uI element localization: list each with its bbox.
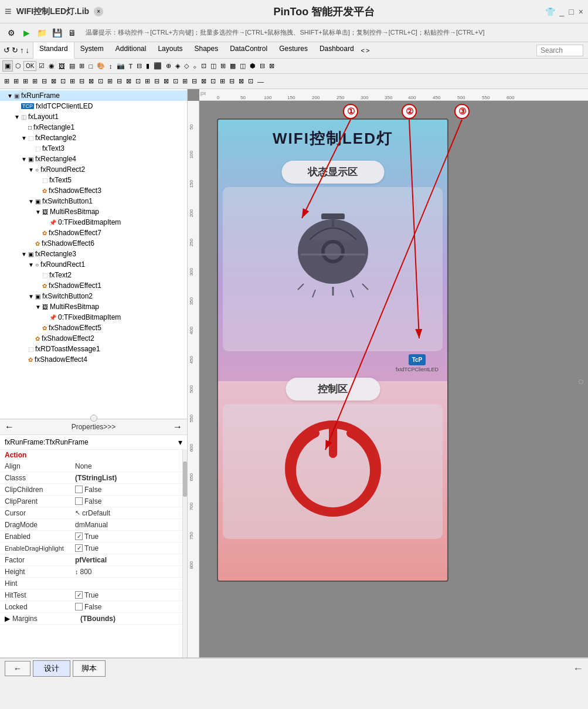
icon2-20[interactable]: ⊞ xyxy=(181,76,189,86)
nav-forward[interactable]: → xyxy=(173,422,182,432)
tree-item-fxText3[interactable]: ⬚ fxText3 xyxy=(0,143,187,154)
icon2-23[interactable]: ⊡ xyxy=(209,76,217,86)
canvas-viewport[interactable]: ① ② ③ WIFI控制LED灯 状态显示区 xyxy=(199,101,588,657)
icon-panel[interactable]: ⊞ xyxy=(77,61,86,71)
margins-expand[interactable]: ▶ xyxy=(5,615,10,623)
bottom-back-btn[interactable]: ← xyxy=(5,661,30,676)
tree-item-fxShadowEffect6[interactable]: ✿ fxShadowEffect6 xyxy=(0,238,187,249)
icon-more7[interactable]: ◫ xyxy=(209,61,218,71)
icon-radio[interactable]: ◉ xyxy=(47,61,56,71)
icon-more10[interactable]: ◫ xyxy=(238,61,247,71)
icon-more2[interactable]: ⊕ xyxy=(164,61,173,71)
icon2-18[interactable]: ⊠ xyxy=(162,76,171,86)
icon-grid[interactable]: ⊟ xyxy=(135,61,144,71)
icon-text[interactable]: T xyxy=(127,62,135,71)
icon-more13[interactable]: ⊠ xyxy=(267,61,276,71)
tree-item-fxShadowEffect5[interactable]: ✿ fxShadowEffect5 xyxy=(0,323,187,333)
icon-more9[interactable]: ▩ xyxy=(228,61,237,71)
icon2-13[interactable]: ⊟ xyxy=(115,76,124,86)
tree-item-multiresbitmap2[interactable]: ▼ 🖼 MultiResBitmap xyxy=(0,301,187,312)
icon-more4[interactable]: ◇ xyxy=(182,61,191,71)
tree-item-fxShadowEffect4[interactable]: ✿ fxShadowEffect4 xyxy=(0,354,187,365)
search-input[interactable] xyxy=(536,45,583,56)
icon-list[interactable]: ▤ xyxy=(67,61,77,71)
icon2-28[interactable]: — xyxy=(256,77,266,86)
tree-item-fxShadowEffect2[interactable]: ✿ fxShadowEffect2 xyxy=(0,333,187,344)
toolbar-btn-save[interactable]: 💾 xyxy=(50,26,63,39)
tab-next[interactable]: > xyxy=(366,47,369,54)
icon-box[interactable]: □ xyxy=(87,62,94,71)
icon2-2[interactable]: ⊞ xyxy=(12,76,21,86)
tree-item-fxLayout1[interactable]: ▼ ◫ fxLayout1 xyxy=(0,111,187,122)
tree-item-fxRoundRect2[interactable]: ▼ ○ fxRoundRect2 xyxy=(0,164,187,175)
toolbar-btn-settings[interactable]: ⚙ xyxy=(5,26,18,39)
icon2-25[interactable]: ⊟ xyxy=(227,76,236,86)
tab-datacontrol[interactable]: DataControl xyxy=(224,42,273,58)
props-scrollbar[interactable] xyxy=(182,450,187,657)
icon2-4[interactable]: ⊞ xyxy=(30,76,39,86)
tree-item-fxIdTCPClientLED[interactable]: TCP fxIdTCPClientLED xyxy=(0,101,187,111)
tree-item-fxRectangle4[interactable]: ▼ ▣ fxRectangle4 xyxy=(0,154,187,164)
icon2-9[interactable]: ⊟ xyxy=(77,76,86,86)
tree-item-fxRectangle2[interactable]: ▼ ⬚ fxRectangle2 xyxy=(0,133,187,143)
tree-item-fxSwitchButton2[interactable]: ▼ ▣ fxSwitchButton2 xyxy=(0,291,187,301)
icon2-17[interactable]: ⊟ xyxy=(152,76,161,86)
icon-checkbox[interactable]: ☑ xyxy=(37,61,46,71)
icon2-27[interactable]: ⊡ xyxy=(246,76,255,86)
toolbar-btn-open[interactable]: 📁 xyxy=(35,26,48,39)
icon2-19[interactable]: ⊡ xyxy=(171,76,180,86)
icon-camera[interactable]: 📷 xyxy=(115,61,127,71)
tab-additional[interactable]: Additional xyxy=(110,42,152,58)
prop-row-margins[interactable]: ▶ Margins (TBounds) xyxy=(0,613,182,625)
minimize-btn[interactable]: _ xyxy=(560,7,565,16)
tree-item-fxShadowEffect3[interactable]: ✿ fxShadowEffect3 xyxy=(0,185,187,196)
tab-layouts[interactable]: Layouts xyxy=(152,42,188,58)
icon2-14[interactable]: ⊠ xyxy=(124,76,133,86)
tab-dashboard[interactable]: Dashboard xyxy=(314,42,360,58)
tree-item-multiresbitmap1[interactable]: ▼ 🖼 MultiResBitmap xyxy=(0,206,187,217)
icon2-21[interactable]: ⊟ xyxy=(190,76,199,86)
design-btn[interactable]: 设计 xyxy=(33,660,70,677)
tab-system[interactable]: System xyxy=(74,42,110,58)
tree-item-bitmapitem2[interactable]: 📌 0:TFixedBitmapItem xyxy=(0,312,187,323)
tab-shapes[interactable]: Shapes xyxy=(188,42,224,58)
icon2-15[interactable]: ⊡ xyxy=(134,76,142,86)
nav-up[interactable]: ↑ xyxy=(20,46,24,55)
icon2-11[interactable]: ⊡ xyxy=(96,76,105,86)
icon-more3[interactable]: ◈ xyxy=(174,61,182,71)
toolbar-btn-device[interactable]: 🖥 xyxy=(66,26,79,39)
icon2-12[interactable]: ⊞ xyxy=(106,76,114,86)
nav-redo[interactable]: ↻ xyxy=(12,46,18,55)
tree-item-fxRunFrame[interactable]: ▼ ▣ fxRunFrame xyxy=(0,90,187,101)
icon-paint[interactable]: 🎨 xyxy=(95,61,107,71)
icon2-10[interactable]: ⊠ xyxy=(87,76,96,86)
icon2-26[interactable]: ⊠ xyxy=(237,76,246,86)
tree-item-fxShadowEffect1[interactable]: ✿ fxShadowEffect1 xyxy=(0,280,187,291)
icon-more11[interactable]: ⬢ xyxy=(248,61,257,71)
icon-ok[interactable]: OK xyxy=(23,61,36,71)
icon2-22[interactable]: ⊠ xyxy=(199,76,208,86)
icon2-24[interactable]: ⊞ xyxy=(218,76,227,86)
icon-more5[interactable]: ⬦ xyxy=(191,62,199,71)
icon2-3[interactable]: ⊞ xyxy=(21,76,30,86)
icon-select[interactable]: ▣ xyxy=(2,60,13,72)
tree-item-fxRDToastMessage1[interactable]: ⬚ fxRDToastMessage1 xyxy=(0,344,187,354)
icon-more6[interactable]: ⊡ xyxy=(199,61,208,71)
tree-item-fxText2[interactable]: ⬚ fxText2 xyxy=(0,270,187,280)
icon-image[interactable]: 🖼 xyxy=(57,62,67,71)
icon2-7[interactable]: ⊡ xyxy=(59,76,67,86)
tree-item-fxRoundRect1[interactable]: ▼ ○ fxRoundRect1 xyxy=(0,259,187,270)
icon2-1[interactable]: ⊞ xyxy=(2,76,11,86)
tree-item-bitmapitem1[interactable]: 📌 0:TFixedBitmapItem xyxy=(0,217,187,228)
icon2-5[interactable]: ⊟ xyxy=(40,76,49,86)
icon2-6[interactable]: ⊠ xyxy=(49,76,58,86)
icon2-8[interactable]: ⊞ xyxy=(68,76,77,86)
props-dropdown[interactable]: ▾ xyxy=(178,437,182,447)
icon-more1[interactable]: ⬛ xyxy=(152,61,164,71)
toolbar-btn-run[interactable]: ▶ xyxy=(20,26,33,39)
tab-gestures[interactable]: Gestures xyxy=(273,42,314,58)
tree-item-fxSwitchButton1[interactable]: ▼ ▣ fxSwitchButton1 xyxy=(0,196,187,206)
tree-item-fxShadowEffect7[interactable]: ✿ fxShadowEffect7 xyxy=(0,228,187,238)
tree-item-fxRectangle1[interactable]: □ fxRectangle1 xyxy=(0,122,187,133)
icon-bar[interactable]: ▮ xyxy=(144,61,151,71)
